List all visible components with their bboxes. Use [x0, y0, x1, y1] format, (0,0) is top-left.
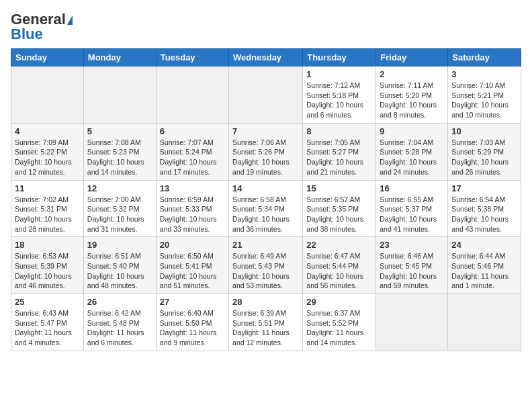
calendar-cell: 15Sunrise: 6:57 AMSunset: 5:35 PMDayligh… — [303, 180, 376, 237]
calendar-cell — [376, 294, 448, 351]
logo-triangle-icon — [67, 15, 73, 25]
calendar-cell: 25Sunrise: 6:43 AMSunset: 5:47 PMDayligh… — [11, 294, 84, 351]
calendar-cell: 13Sunrise: 6:59 AMSunset: 5:33 PMDayligh… — [156, 180, 228, 237]
day-info: Sunrise: 7:11 AMSunset: 5:20 PMDaylight:… — [380, 81, 444, 120]
calendar-week-row: 18Sunrise: 6:53 AMSunset: 5:39 PMDayligh… — [11, 237, 521, 294]
calendar-cell — [156, 66, 228, 124]
calendar-week-row: 4Sunrise: 7:09 AMSunset: 5:22 PMDaylight… — [11, 123, 521, 180]
day-info: Sunrise: 6:51 AMSunset: 5:40 PMDaylight:… — [87, 251, 152, 291]
day-info: Sunrise: 7:08 AMSunset: 5:23 PMDaylight:… — [87, 138, 152, 177]
calendar-cell: 19Sunrise: 6:51 AMSunset: 5:40 PMDayligh… — [83, 237, 156, 294]
day-number: 18 — [15, 240, 80, 250]
calendar-cell: 21Sunrise: 6:49 AMSunset: 5:43 PMDayligh… — [229, 237, 303, 294]
day-number: 25 — [15, 297, 80, 307]
day-info: Sunrise: 6:39 AMSunset: 5:51 PMDaylight:… — [232, 308, 299, 348]
weekday-header-saturday: Saturday — [448, 49, 521, 66]
day-info: Sunrise: 7:02 AMSunset: 5:31 PMDaylight:… — [15, 195, 80, 234]
day-info: Sunrise: 7:09 AMSunset: 5:22 PMDaylight:… — [15, 138, 80, 177]
calendar-cell: 8Sunrise: 7:05 AMSunset: 5:27 PMDaylight… — [303, 123, 376, 180]
day-number: 17 — [451, 183, 517, 193]
calendar-cell — [229, 66, 303, 124]
day-number: 4 — [15, 126, 80, 136]
day-info: Sunrise: 6:59 AMSunset: 5:33 PMDaylight:… — [160, 195, 225, 234]
calendar-cell: 3Sunrise: 7:10 AMSunset: 5:21 PMDaylight… — [448, 66, 521, 124]
calendar-cell: 2Sunrise: 7:11 AMSunset: 5:20 PMDaylight… — [376, 66, 448, 124]
day-info: Sunrise: 6:49 AMSunset: 5:43 PMDaylight:… — [232, 251, 299, 291]
day-info: Sunrise: 7:05 AMSunset: 5:27 PMDaylight:… — [306, 138, 372, 177]
day-info: Sunrise: 7:04 AMSunset: 5:28 PMDaylight:… — [380, 138, 444, 177]
calendar-cell: 24Sunrise: 6:44 AMSunset: 5:46 PMDayligh… — [448, 237, 521, 294]
day-number: 7 — [232, 126, 299, 136]
day-info: Sunrise: 6:47 AMSunset: 5:44 PMDaylight:… — [306, 251, 372, 291]
day-number: 8 — [306, 126, 372, 136]
logo-blue-text: Blue — [11, 26, 43, 43]
day-number: 26 — [87, 297, 152, 307]
calendar-cell: 10Sunrise: 7:03 AMSunset: 5:29 PMDayligh… — [448, 123, 521, 180]
calendar-cell: 27Sunrise: 6:40 AMSunset: 5:50 PMDayligh… — [156, 294, 228, 351]
weekday-header-sunday: Sunday — [11, 49, 84, 66]
day-info: Sunrise: 7:07 AMSunset: 5:24 PMDaylight:… — [160, 138, 225, 177]
day-info: Sunrise: 7:12 AMSunset: 5:18 PMDaylight:… — [306, 81, 372, 120]
day-number: 23 — [380, 240, 444, 250]
day-number: 29 — [306, 297, 372, 307]
day-number: 16 — [380, 183, 444, 193]
day-info: Sunrise: 7:00 AMSunset: 5:32 PMDaylight:… — [87, 195, 152, 234]
calendar-cell: 20Sunrise: 6:50 AMSunset: 5:41 PMDayligh… — [156, 237, 228, 294]
day-info: Sunrise: 6:57 AMSunset: 5:35 PMDaylight:… — [306, 195, 372, 234]
day-number: 19 — [87, 240, 152, 250]
calendar-header-row: SundayMondayTuesdayWednesdayThursdayFrid… — [11, 49, 521, 66]
calendar-cell: 9Sunrise: 7:04 AMSunset: 5:28 PMDaylight… — [376, 123, 448, 180]
day-number: 11 — [15, 183, 80, 193]
day-number: 28 — [232, 297, 299, 307]
day-number: 9 — [380, 126, 444, 136]
day-info: Sunrise: 6:42 AMSunset: 5:48 PMDaylight:… — [87, 308, 152, 348]
day-number: 1 — [306, 69, 372, 79]
day-info: Sunrise: 7:06 AMSunset: 5:26 PMDaylight:… — [232, 138, 299, 177]
day-number: 27 — [160, 297, 225, 307]
day-info: Sunrise: 6:50 AMSunset: 5:41 PMDaylight:… — [160, 251, 225, 291]
calendar-week-row: 11Sunrise: 7:02 AMSunset: 5:31 PMDayligh… — [11, 180, 521, 237]
calendar-cell — [83, 66, 156, 124]
weekday-header-thursday: Thursday — [303, 49, 376, 66]
day-info: Sunrise: 6:46 AMSunset: 5:45 PMDaylight:… — [380, 251, 444, 291]
calendar-week-row: 25Sunrise: 6:43 AMSunset: 5:47 PMDayligh… — [11, 294, 521, 351]
calendar-cell: 5Sunrise: 7:08 AMSunset: 5:23 PMDaylight… — [83, 123, 156, 180]
day-number: 22 — [306, 240, 372, 250]
day-number: 24 — [451, 240, 517, 250]
day-info: Sunrise: 6:40 AMSunset: 5:50 PMDaylight:… — [160, 308, 225, 348]
calendar-cell: 4Sunrise: 7:09 AMSunset: 5:22 PMDaylight… — [11, 123, 84, 180]
day-number: 20 — [160, 240, 225, 250]
day-info: Sunrise: 6:44 AMSunset: 5:46 PMDaylight:… — [451, 251, 517, 291]
calendar-cell: 29Sunrise: 6:37 AMSunset: 5:52 PMDayligh… — [303, 294, 376, 351]
day-number: 21 — [232, 240, 299, 250]
day-info: Sunrise: 6:43 AMSunset: 5:47 PMDaylight:… — [15, 308, 80, 348]
calendar-cell: 18Sunrise: 6:53 AMSunset: 5:39 PMDayligh… — [11, 237, 84, 294]
weekday-header-monday: Monday — [83, 49, 156, 66]
weekday-header-tuesday: Tuesday — [156, 49, 228, 66]
calendar-cell: 7Sunrise: 7:06 AMSunset: 5:26 PMDaylight… — [229, 123, 303, 180]
calendar-cell: 17Sunrise: 6:54 AMSunset: 5:38 PMDayligh… — [448, 180, 521, 237]
calendar-cell: 11Sunrise: 7:02 AMSunset: 5:31 PMDayligh… — [11, 180, 84, 237]
calendar-week-row: 1Sunrise: 7:12 AMSunset: 5:18 PMDaylight… — [11, 66, 521, 124]
calendar-cell — [448, 294, 521, 351]
day-number: 14 — [232, 183, 299, 193]
day-number: 13 — [160, 183, 225, 193]
day-number: 3 — [451, 69, 517, 79]
day-number: 2 — [380, 69, 444, 79]
calendar-cell: 28Sunrise: 6:39 AMSunset: 5:51 PMDayligh… — [229, 294, 303, 351]
day-info: Sunrise: 6:55 AMSunset: 5:37 PMDaylight:… — [380, 195, 444, 234]
day-number: 5 — [87, 126, 152, 136]
calendar-cell: 12Sunrise: 7:00 AMSunset: 5:32 PMDayligh… — [83, 180, 156, 237]
day-number: 6 — [160, 126, 225, 136]
calendar-cell: 14Sunrise: 6:58 AMSunset: 5:34 PMDayligh… — [229, 180, 303, 237]
weekday-header-friday: Friday — [376, 49, 448, 66]
day-info: Sunrise: 7:03 AMSunset: 5:29 PMDaylight:… — [451, 138, 517, 177]
calendar-cell: 23Sunrise: 6:46 AMSunset: 5:45 PMDayligh… — [376, 237, 448, 294]
calendar-cell: 1Sunrise: 7:12 AMSunset: 5:18 PMDaylight… — [303, 66, 376, 124]
weekday-header-wednesday: Wednesday — [229, 49, 303, 66]
day-number: 15 — [306, 183, 372, 193]
day-info: Sunrise: 7:10 AMSunset: 5:21 PMDaylight:… — [451, 81, 517, 120]
day-info: Sunrise: 6:58 AMSunset: 5:34 PMDaylight:… — [232, 195, 299, 234]
day-number: 12 — [87, 183, 152, 193]
calendar-cell: 6Sunrise: 7:07 AMSunset: 5:24 PMDaylight… — [156, 123, 228, 180]
